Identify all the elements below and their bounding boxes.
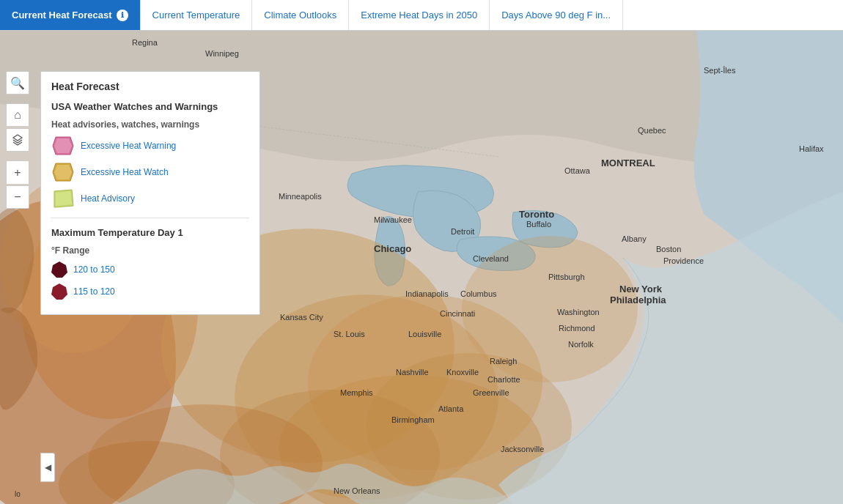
chevron-left-icon: ◀ [45,462,51,472]
watches-warnings-subtitle: Heat advisories, watches, warnings [51,119,249,130]
zoom-out-button[interactable]: − [6,185,29,209]
legend-item-advisory: Heat Advisory [51,188,249,209]
advisory-swatch [51,188,75,209]
layers-icon [12,134,23,146]
tab-current-temperature[interactable]: Current Temperature [141,0,253,30]
legend-divider [51,218,249,218]
legend-title: Heat Forecast [51,81,249,92]
legend-item-120-150: 120 to 150 [51,262,249,278]
max-temp-title: Maximum Temperature Day 1 [51,227,249,238]
tab-days-above[interactable]: Days Above 90 deg F in... [490,0,623,30]
legend-item-warning: Excessive Heat Warning [51,136,249,156]
map-container[interactable]: ReginaWinnipegSept-ÎlesQuebecHalifaxOtta… [0,31,843,504]
advisory-label: Heat Advisory [81,193,135,204]
legend-item-watch: Excessive Heat Watch [51,162,249,182]
range-medium-dark-swatch [51,284,67,300]
tab-climate-outlooks[interactable]: Climate Outlooks [252,0,349,30]
tab-extreme-heat[interactable]: Extreme Heat Days in 2050 [349,0,490,30]
warning-label: Excessive Heat Warning [81,141,176,151]
range-115-120-label: 115 to 120 [73,286,115,297]
header-tabs: Current Heat Forecast ℹ Current Temperat… [0,0,843,31]
scale-label: lo [15,490,21,498]
zoom-in-button[interactable]: + [6,160,29,184]
collapse-panel-button[interactable]: ◀ [40,453,55,482]
range-120-150-label: 120 to 150 [73,264,115,275]
watch-label: Excessive Heat Watch [81,167,169,177]
left-toolbar: 🔍 ⌂ + − [6,71,29,209]
tab-current-heat[interactable]: Current Heat Forecast ℹ [0,0,141,30]
legend-panel: Heat Forecast USA Weather Watches and Wa… [40,71,260,315]
info-icon[interactable]: ℹ [117,10,128,21]
tab-label: Climate Outlooks [264,10,336,21]
tab-label: Extreme Heat Days in 2050 [361,10,477,21]
home-button[interactable]: ⌂ [6,103,29,127]
watch-swatch [51,162,75,182]
layers-button[interactable] [6,128,29,152]
scale-bar: lo [15,490,21,498]
warning-swatch [51,136,75,156]
search-button[interactable]: 🔍 [6,71,29,94]
tab-label: Days Above 90 deg F in... [501,10,611,21]
svg-point-10 [462,236,638,382]
temp-range-subtitle: °F Range [51,245,249,256]
tab-label: Current Heat Forecast [12,10,112,21]
legend-item-115-120: 115 to 120 [51,284,249,300]
legend-scroll[interactable]: Heat Forecast USA Weather Watches and Wa… [41,72,259,314]
tab-label: Current Temperature [152,10,240,21]
watches-warnings-title: USA Weather Watches and Warnings [51,101,249,112]
range-dark-swatch [51,262,67,278]
